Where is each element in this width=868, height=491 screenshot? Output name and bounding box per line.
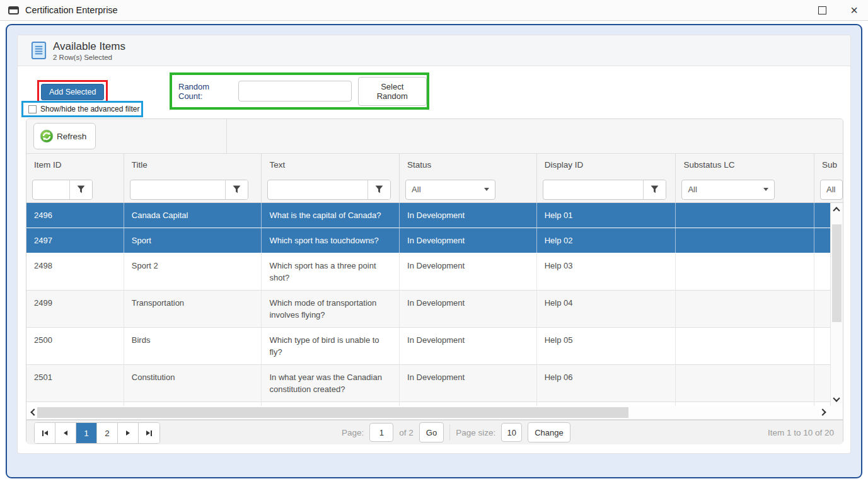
- document-icon: [30, 41, 47, 61]
- cell-title: Transportation: [124, 291, 262, 327]
- cell-display-id: Help 02: [537, 228, 676, 253]
- funnel-icon: [651, 185, 659, 194]
- caret-down-icon: [484, 188, 489, 191]
- table-row[interactable]: 2498 Sport 2 Which sport has a three poi…: [26, 253, 843, 291]
- table-row[interactable]: 2496 Canada Capital What is the capital …: [26, 203, 843, 228]
- scroll-left-icon[interactable]: [30, 408, 37, 415]
- go-button[interactable]: Go: [419, 422, 444, 442]
- refresh-label: Refresh: [57, 132, 86, 141]
- cell-text: Which mode of transportation involves fl…: [262, 291, 400, 327]
- available-items-card: Available Items 2 Row(s) Selected Add Se…: [17, 35, 851, 454]
- cell-status: In Development: [400, 291, 537, 327]
- close-button[interactable]: ×: [850, 4, 858, 16]
- cell-status: In Development: [400, 365, 537, 401]
- cell-display-id: Help 06: [537, 365, 676, 401]
- cell-status: In Development: [400, 253, 537, 290]
- cell-title: Sport: [124, 228, 262, 253]
- page-size-input[interactable]: [501, 423, 522, 442]
- filter-select-substatus-lc[interactable]: All: [681, 180, 775, 200]
- cell-title: Canada Capital: [124, 203, 262, 228]
- column-header-item-id[interactable]: Item ID: [26, 154, 124, 176]
- filter-select-sub-clipped[interactable]: All: [820, 180, 843, 200]
- select-random-button[interactable]: Select Random: [358, 77, 427, 106]
- advanced-filter-highlight-box: Show/hide the advanced filter: [21, 101, 143, 117]
- cell-text: Which sport has touchdowns?: [262, 228, 400, 253]
- funnel-icon: [77, 185, 85, 194]
- column-header-display-id[interactable]: Display ID: [537, 154, 676, 176]
- horizontal-scrollbar-thumb[interactable]: [37, 407, 628, 418]
- last-page-button[interactable]: [139, 423, 159, 443]
- first-page-button[interactable]: [35, 423, 55, 443]
- footer-divider: [449, 424, 450, 441]
- column-header-sub-clipped[interactable]: Sub: [814, 154, 843, 176]
- cell-title: Sport 2: [124, 253, 262, 290]
- change-button[interactable]: Change: [528, 422, 570, 442]
- column-header-title[interactable]: Title: [124, 154, 262, 176]
- table-row[interactable]: 2500 Birds Which type of bird is unable …: [26, 328, 843, 365]
- page-1-button[interactable]: 1: [76, 423, 97, 443]
- filter-select-status-value: All: [412, 185, 420, 194]
- page-label: Page:: [342, 428, 364, 437]
- filter-button-text[interactable]: [367, 180, 390, 199]
- filter-select-status[interactable]: All: [405, 180, 495, 200]
- previous-page-icon: [64, 430, 67, 436]
- cell-status: In Development: [400, 328, 537, 364]
- scroll-up-icon[interactable]: [833, 207, 840, 214]
- refresh-button[interactable]: Refresh: [33, 123, 96, 149]
- cell-display-id: Help 05: [537, 328, 676, 364]
- page-size-label: Page size:: [456, 428, 495, 437]
- caret-down-icon: [763, 188, 768, 191]
- table-row[interactable]: 2499 Transportation Which mode of transp…: [26, 291, 843, 328]
- column-header-substatus-lc[interactable]: Substatus LC: [676, 154, 814, 176]
- page-2-button[interactable]: 2: [97, 423, 118, 443]
- random-count-input[interactable]: [238, 81, 352, 101]
- grid-toolbar: Refresh: [26, 119, 843, 154]
- filter-button-title[interactable]: [225, 180, 248, 199]
- next-page-button[interactable]: [118, 423, 139, 443]
- scroll-right-icon[interactable]: [819, 408, 826, 415]
- cell-substatus-lc: [676, 328, 814, 364]
- random-count-label: Random Count:: [178, 82, 233, 101]
- filter-input-item-id[interactable]: [33, 182, 69, 191]
- page-number-input[interactable]: [369, 423, 393, 442]
- filter-button-item-id[interactable]: [69, 180, 92, 199]
- vertical-scrollbar-thumb[interactable]: [832, 224, 842, 322]
- horizontal-scrollbar[interactable]: [26, 406, 843, 420]
- filter-button-display-id[interactable]: [643, 180, 666, 199]
- filter-input-display-id[interactable]: [543, 182, 643, 191]
- vertical-scrollbar[interactable]: [830, 203, 843, 406]
- column-header-text[interactable]: Text: [262, 154, 400, 176]
- cell-text: What is the capital of Canada?: [262, 203, 400, 228]
- cell-item-id: 2501: [26, 365, 124, 401]
- advanced-filter-checkbox[interactable]: [28, 105, 37, 113]
- window-title: Certification Enterprise: [25, 5, 118, 15]
- column-header-status[interactable]: Status: [400, 154, 537, 176]
- cell-substatus-lc: [676, 253, 814, 290]
- filter-input-title[interactable]: [130, 182, 225, 191]
- table-row[interactable]: 2497 Sport Which sport has touchdowns? I…: [26, 228, 843, 253]
- cell-item-id: 2496: [26, 203, 124, 228]
- toolbar-separator: [226, 119, 227, 153]
- cell-status: In Development: [400, 203, 537, 228]
- cell-title: Birds: [124, 328, 262, 364]
- cell-title: Constitution: [124, 365, 262, 401]
- previous-page-button[interactable]: [55, 423, 76, 443]
- items-grid: Refresh Item ID Title Text Status Displa…: [26, 118, 843, 444]
- next-page-icon: [126, 430, 130, 436]
- add-selected-button[interactable]: Add Selected: [41, 84, 104, 100]
- title-bar: Certification Enterprise ×: [0, 0, 868, 21]
- first-page-icon: [42, 430, 43, 436]
- pager: 1 2: [34, 422, 160, 444]
- grid-header-row: Item ID Title Text Status Display ID Sub…: [26, 154, 843, 176]
- cell-display-id: Help 03: [537, 253, 676, 290]
- grid-rows: 2496 Canada Capital What is the capital …: [26, 203, 843, 406]
- cell-text: Which sport has a three point shot?: [262, 253, 400, 290]
- table-row[interactable]: 2501 Constitution In what year was the C…: [26, 365, 843, 402]
- page-of-label: of 2: [399, 428, 414, 437]
- filter-input-text[interactable]: [268, 182, 367, 191]
- scroll-down-icon[interactable]: [833, 395, 840, 401]
- page-title: Available Items: [53, 40, 125, 53]
- filter-select-sub-value: All: [826, 185, 835, 194]
- random-count-highlight-box: Random Count: Select Random: [170, 72, 429, 110]
- maximize-button[interactable]: [818, 6, 826, 14]
